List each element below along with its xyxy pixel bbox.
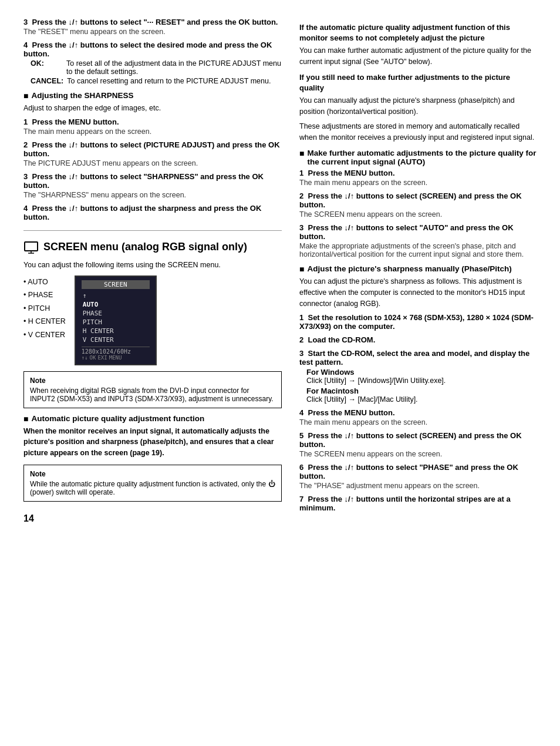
step-description: The "PHASE" adjustment menu appears on t… [299, 482, 537, 490]
step-number: 1 Press the MENU button. [299, 169, 537, 177]
sharpness-step4: 4 Press the ↓/↑ buttons to adjust the sh… [23, 204, 282, 221]
note-title: Note [30, 377, 275, 385]
step-description: The main menu appears on the screen. [23, 127, 282, 136]
step-number: 3 Press the ↓/↑ buttons to select "··· R… [23, 18, 282, 26]
further-adjust-heading: If you still need to make further adjust… [299, 72, 537, 93]
step-number: 3 Press the ↓/↑ buttons to select "AUTO"… [299, 223, 537, 241]
sharpness-section-title: Adjusting the SHARPNESS [23, 91, 282, 100]
cancel-desc: To cancel resetting and return to the PI… [67, 77, 271, 85]
step-description: The SCREEN menu appears on the screen. [299, 450, 537, 458]
cancel-sub-item: CANCEL: To cancel resetting and return t… [31, 77, 282, 85]
divider [23, 230, 282, 231]
step3-platform-details: For Windows Click [Utility] → [Windows]/… [306, 368, 537, 404]
step-number: 4 Press the ↓/↑ buttons to adjust the sh… [23, 204, 282, 221]
make-further-step1: 1 Press the MENU button. The main menu a… [299, 169, 537, 187]
step-description: The PICTURE ADJUST menu appears on the s… [23, 159, 282, 167]
phase-pitch-step2: 2 Load the CD-ROM. [299, 335, 537, 344]
step-description: The main menu appears on the screen. [299, 179, 537, 187]
windows-label: For Windows [306, 368, 537, 377]
auto-quality-section-title: Automatic picture quality adjustment fun… [23, 414, 282, 424]
ok-desc: To reset all of the adjustment data in t… [66, 59, 282, 76]
step-4-reset: 4 Press the ↓/↑ buttons to select the de… [23, 41, 282, 85]
list-item: V CENTER [23, 328, 66, 342]
phase-pitch-step6: 6 Press the ↓/↑ buttons to select "PHASE… [299, 463, 537, 490]
ok-label: OK: [31, 59, 63, 76]
step-number: 7 Press the ↓/↑ buttons until the horizo… [299, 495, 537, 512]
icon-menu: MENU [109, 355, 122, 361]
list-item: PHASE [23, 288, 66, 302]
auto-quality-bold-intro: When the monitor receives an input signa… [23, 426, 282, 459]
screen-menu-list: AUTO PHASE PITCH H CENTER V CENTER [23, 275, 66, 342]
step-number: 6 Press the ↓/↑ buttons to select "PHASE… [299, 463, 537, 480]
make-further-section-title: Make further automatic adjustments to th… [299, 149, 537, 166]
note-text: While the automatic picture quality adju… [30, 480, 275, 496]
ok-sub-item: OK: To reset all of the adjustment data … [31, 59, 282, 76]
step-number: 2 Press the ↓/↑ buttons to select (PICTU… [23, 140, 282, 158]
screen-menu-section-title: SCREEN menu (analog RGB signal only) [23, 240, 282, 255]
screen-display-line: ↑ [82, 291, 150, 300]
step-number: 2 Press the ↓/↑ buttons to select (SCREE… [299, 191, 537, 209]
step-3-reset: 3 Press the ↓/↑ buttons to select "··· R… [23, 18, 282, 36]
step-description: The "SHARPNESS" menu appears on the scre… [23, 191, 282, 199]
two-column-layout: 3 Press the ↓/↑ buttons to select "··· R… [23, 18, 537, 728]
phase-pitch-step4: 4 Press the MENU button. The main menu a… [299, 408, 537, 426]
step-description: The "RESET" menu appears on the screen. [23, 28, 282, 36]
step-number: 5 Press the ↓/↑ buttons to select (SCREE… [299, 431, 537, 449]
step-description: Make the appropriate adjustments of the … [299, 242, 537, 258]
mac-desc: Click [Utility] → [Mac]/[Mac Utility]. [306, 395, 537, 404]
step-number: 4 Press the ↓/↑ buttons to select the de… [23, 41, 282, 58]
note-text: When receiving digital RGB signals from … [30, 387, 275, 403]
screen-display-bottom: 1280x1024/60Hz [82, 347, 150, 355]
make-further-step3: 3 Press the ↓/↑ buttons to select "AUTO"… [299, 223, 537, 258]
screen-display-line: PHASE [82, 309, 150, 318]
phase-pitch-step5: 5 Press the ↓/↑ buttons to select (SCREE… [299, 431, 537, 458]
step-number: 2 Load the CD-ROM. [299, 335, 537, 344]
memory-note: These adjustments are stored in memory a… [299, 121, 537, 143]
screen-icon [23, 240, 39, 255]
sharpness-step1: 1 Press the MENU button. The main menu a… [23, 117, 282, 136]
mac-label: For Macintosh [306, 387, 537, 395]
further-adjust-desc: You can manually adjust the picture's sh… [299, 95, 537, 117]
screen-display-line: H CENTER [82, 327, 150, 335]
list-item: AUTO [23, 275, 66, 289]
screen-menu-intro: You can adjust the following items using… [23, 260, 282, 271]
sharpness-intro: Adjust to sharpen the edge of images, et… [23, 103, 282, 114]
auto-adjust-heading: If the automatic picture quality adjustm… [299, 22, 537, 43]
list-item: PITCH [23, 302, 66, 315]
list-item: H CENTER [23, 315, 66, 328]
step-description: The SCREEN menu appears on the screen. [299, 210, 537, 219]
screen-display-title: SCREEN [82, 280, 150, 289]
sharpness-step3: 3 Press the ↓/↑ buttons to select "SHARP… [23, 172, 282, 199]
phase-pitch-step1: 1 Set the resolution to 1024 × 768 (SDM-… [299, 313, 537, 331]
note-title: Note [30, 470, 275, 478]
screen-menu-container: AUTO PHASE PITCH H CENTER V CENTER SCREE… [23, 275, 282, 365]
step-number: 1 Set the resolution to 1024 × 768 (SDM-… [299, 313, 537, 331]
windows-desc: Click [Utility] → [Windows]/[Win Utility… [306, 377, 537, 385]
phase-pitch-intro: You can adjust the picture's sharpness a… [299, 276, 537, 309]
make-further-step2: 2 Press the ↓/↑ buttons to select (SCREE… [299, 191, 537, 219]
cancel-label: CANCEL: [31, 77, 63, 85]
left-column: 3 Press the ↓/↑ buttons to select "··· R… [23, 18, 282, 728]
phase-pitch-section-title: Adjust the picture's sharpness manually … [299, 264, 537, 274]
screen-display-icons: ↑↓ OK EXI MENU [82, 355, 150, 361]
phase-pitch-step7: 7 Press the ↓/↑ buttons until the horizo… [299, 495, 537, 512]
phase-pitch-step3: 3 Start the CD-ROM, select the area and … [299, 349, 537, 404]
step-number: 1 Press the MENU button. [23, 117, 282, 126]
screen-display-line: PITCH [82, 318, 150, 327]
screen-display-line: V CENTER [82, 335, 150, 344]
auto-adjust-desc: You can make further automatic adjustmen… [299, 45, 537, 68]
screen-menu-note: Note When receiving digital RGB signals … [23, 371, 282, 408]
screen-display-line: AUTO [82, 300, 150, 309]
step-description: The main menu appears on the screen. [299, 418, 537, 426]
auto-quality-note: Note While the automatic picture quality… [23, 465, 282, 502]
page: 3 Press the ↓/↑ buttons to select "··· R… [0, 0, 560, 746]
svg-rect-0 [25, 242, 38, 251]
sharpness-step2: 2 Press the ↓/↑ buttons to select (PICTU… [23, 140, 282, 167]
page-number: 14 [23, 513, 282, 524]
right-column: If the automatic picture quality adjustm… [299, 18, 537, 728]
step-number: 3 Press the ↓/↑ buttons to select "SHARP… [23, 172, 282, 190]
step-number: 3 Start the CD-ROM, select the area and … [299, 349, 537, 367]
step-number: 4 Press the MENU button. [299, 408, 537, 417]
icon-ok: OK [90, 355, 96, 361]
icon-exit: EXI [97, 355, 107, 361]
